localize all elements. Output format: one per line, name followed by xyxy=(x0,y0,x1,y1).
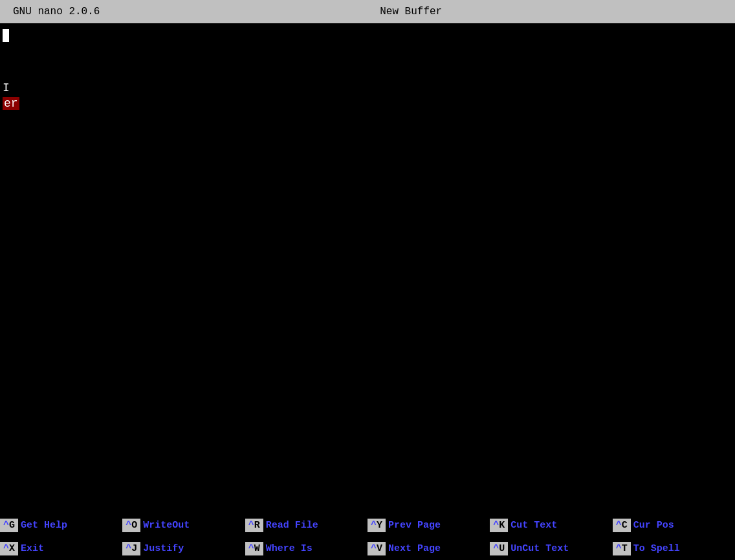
shortcut-read-file[interactable]: ^R Read File xyxy=(245,513,368,537)
shortcut-label-justify: Justify xyxy=(143,543,184,554)
shortcut-label-writeout: WriteOut xyxy=(143,520,190,531)
editor-area[interactable]: I er xyxy=(0,23,735,513)
shortcut-key-k: ^K xyxy=(490,519,508,532)
shortcut-get-help[interactable]: ^G Get Help xyxy=(0,513,122,537)
shortcut-where-is[interactable]: ^W Where Is xyxy=(245,537,368,560)
shortcut-cut-text[interactable]: ^K Cut Text xyxy=(490,513,612,537)
shortcut-to-spell[interactable]: ^T To Spell xyxy=(613,537,735,560)
shortcut-next-page[interactable]: ^V Next Page xyxy=(368,537,490,560)
shortcut-key-j: ^J xyxy=(122,542,140,555)
shortcut-label-prev-page: Prev Page xyxy=(388,520,441,531)
shortcuts-row-1: ^G Get Help ^O WriteOut ^R Read File ^Y … xyxy=(0,513,735,537)
shortcut-key-y: ^Y xyxy=(368,519,386,532)
shortcut-label-uncut-text: UnCut Text xyxy=(510,543,569,554)
shortcut-label-exit: Exit xyxy=(21,543,44,554)
shortcut-prev-page[interactable]: ^Y Prev Page xyxy=(368,513,490,537)
shortcut-label-to-spell: To Spell xyxy=(633,543,680,554)
shortcut-key-r: ^R xyxy=(245,519,263,532)
shortcut-key-c: ^C xyxy=(613,519,631,532)
shortcuts-row-2: ^X Exit ^J Justify ^W Where Is ^V Next P… xyxy=(0,537,735,560)
shortcut-exit[interactable]: ^X Exit xyxy=(0,537,122,560)
shortcut-label-read-file: Read File xyxy=(266,520,318,531)
shortcut-key-u: ^U xyxy=(490,542,508,555)
shortcut-label-cut-text: Cut Text xyxy=(510,520,557,531)
shortcut-label-cur-pos: Cur Pos xyxy=(633,520,674,531)
shortcut-justify[interactable]: ^J Justify xyxy=(122,537,245,560)
editor-line-2-content: er xyxy=(3,97,19,110)
shortcut-writeout[interactable]: ^O WriteOut xyxy=(122,513,245,537)
nano-version: GNU nano 2.0.6 xyxy=(13,6,100,17)
shortcut-key-w: ^W xyxy=(245,542,263,555)
editor-line-1: I xyxy=(3,81,732,94)
shortcut-label-where-is: Where Is xyxy=(266,543,313,554)
shortcut-key-t: ^T xyxy=(613,542,631,555)
shortcut-key-x: ^X xyxy=(0,542,18,555)
shortcut-key-g: ^G xyxy=(0,519,18,532)
cursor xyxy=(3,29,9,42)
buffer-name: New Buffer xyxy=(380,6,442,17)
shortcut-label-next-page: Next Page xyxy=(388,543,441,554)
shortcut-label-get-help: Get Help xyxy=(21,520,67,531)
shortcut-key-v: ^V xyxy=(368,542,386,555)
shortcuts-bar: ^G Get Help ^O WriteOut ^R Read File ^Y … xyxy=(0,513,735,560)
editor-line-2: er xyxy=(3,94,732,110)
shortcut-uncut-text[interactable]: ^U UnCut Text xyxy=(490,537,612,560)
shortcut-cur-pos[interactable]: ^C Cur Pos xyxy=(613,513,735,537)
title-bar: GNU nano 2.0.6 New Buffer xyxy=(0,0,735,23)
shortcut-key-o: ^O xyxy=(122,519,140,532)
